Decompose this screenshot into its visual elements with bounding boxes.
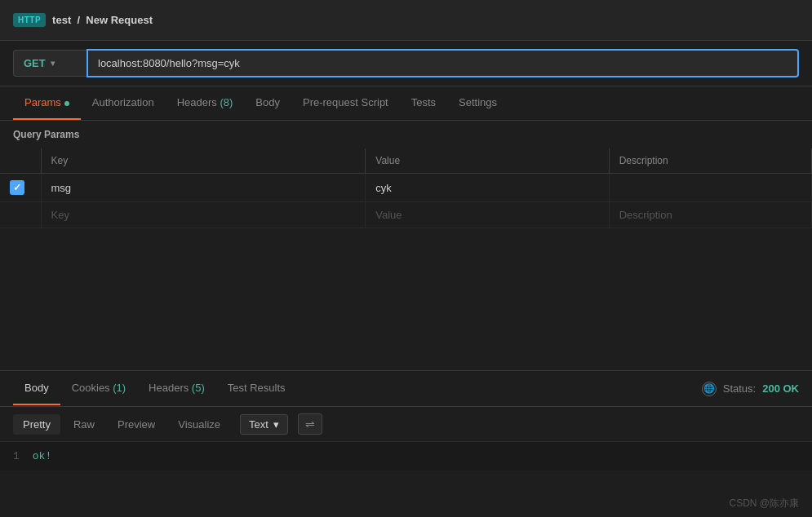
code-area: 1 ok!: [0, 442, 812, 471]
tab-authorization-label: Authorization: [92, 96, 154, 108]
code-line-1: ok!: [33, 450, 51, 462]
tab-pre-request[interactable]: Pre-request Script: [291, 86, 400, 120]
query-params-label: Query Params: [13, 129, 79, 140]
format-chevron-icon: ▾: [273, 418, 279, 431]
response-tab-headers[interactable]: Headers (5): [137, 372, 216, 405]
table-header-row: Key Value Description: [0, 148, 812, 174]
response-tab-body[interactable]: Body: [13, 372, 60, 405]
row-checkbox-cell: [0, 174, 41, 202]
body-tab-raw[interactable]: Raw: [64, 414, 104, 435]
response-tab-body-label: Body: [24, 382, 49, 394]
main-content: GET ▾ Params Authorization Headers (8) B…: [0, 41, 812, 517]
watermark: CSDN @陈亦康: [729, 497, 799, 510]
placeholder-desc: Description: [619, 209, 672, 221]
params-dot: [64, 101, 69, 106]
tab-settings-label: Settings: [459, 96, 497, 108]
body-format-tabs: Pretty Raw Preview Visualize Text ▾ ⇌: [0, 407, 812, 442]
placeholder-value: Value: [375, 209, 402, 221]
placeholder-value-cell[interactable]: Value: [366, 202, 609, 228]
line-numbers: 1: [13, 450, 20, 462]
response-tab-cookies-label: Cookies (1): [72, 382, 126, 394]
chevron-down-icon: ▾: [51, 59, 55, 68]
method-select[interactable]: GET ▾: [13, 50, 87, 77]
placeholder-desc-cell[interactable]: Description: [609, 202, 811, 228]
response-tabs: Body Cookies (1) Headers (5) Test Result…: [0, 371, 812, 407]
page-title: New Request: [86, 14, 153, 26]
body-tab-visualize[interactable]: Visualize: [168, 414, 230, 435]
response-tab-cookies[interactable]: Cookies (1): [60, 372, 137, 405]
collection-name: test: [52, 14, 71, 26]
method-label: GET: [24, 57, 46, 69]
table-row: msg cyk: [0, 174, 812, 202]
body-tab-preview-label: Preview: [118, 418, 155, 431]
tab-params[interactable]: Params: [13, 86, 81, 120]
placeholder-key-cell[interactable]: Key: [41, 202, 366, 228]
col-description: Description: [609, 148, 811, 174]
tab-headers-label: Headers (8): [177, 96, 233, 108]
col-checkbox: [0, 148, 41, 174]
status-badge: 🌐 Status: 200 OK: [702, 382, 799, 396]
response-headers-count: (5): [192, 382, 205, 394]
body-tab-preview[interactable]: Preview: [108, 414, 165, 435]
code-content: ok!: [33, 450, 51, 462]
tab-headers[interactable]: Headers (8): [166, 86, 245, 120]
globe-icon: 🌐: [702, 382, 717, 396]
status-text: Status:: [723, 382, 756, 395]
tab-body-label: Body: [255, 96, 280, 108]
breadcrumb-separator: /: [77, 14, 80, 26]
row-desc-cell[interactable]: [609, 174, 811, 202]
wrap-icon[interactable]: ⇌: [298, 413, 322, 435]
response-tab-test-results[interactable]: Test Results: [216, 372, 297, 405]
http-badge: HTTP: [13, 13, 46, 27]
response-tab-test-results-label: Test Results: [228, 382, 286, 394]
tab-body[interactable]: Body: [244, 86, 291, 120]
response-area: Body Cookies (1) Headers (5) Test Result…: [0, 370, 812, 517]
body-tab-visualize-label: Visualize: [178, 418, 220, 431]
tab-pre-request-label: Pre-request Script: [303, 96, 388, 108]
tab-tests[interactable]: Tests: [400, 86, 447, 120]
tab-tests-label: Tests: [411, 96, 436, 108]
cookies-count: (1): [113, 382, 126, 394]
format-label: Text: [249, 418, 268, 431]
tab-settings[interactable]: Settings: [447, 86, 508, 120]
col-key: Key: [41, 148, 366, 174]
tab-params-label: Params: [24, 96, 61, 108]
body-tab-pretty-label: Pretty: [23, 418, 51, 431]
top-bar: HTTP test / New Request: [0, 0, 812, 41]
status-value: 200 OK: [762, 382, 799, 395]
col-value: Value: [366, 148, 609, 174]
wrap-lines-icon: ⇌: [305, 418, 315, 431]
request-section: GET ▾ Params Authorization Headers (8) B…: [0, 41, 812, 370]
tab-authorization[interactable]: Authorization: [81, 86, 166, 120]
headers-count: (8): [220, 96, 233, 108]
row-value-cell[interactable]: cyk: [366, 174, 609, 202]
params-table: Key Value Description msg cyk: [0, 148, 812, 228]
response-tab-headers-label: Headers (5): [149, 382, 205, 394]
breadcrumb: test / New Request: [52, 14, 153, 26]
table-row-placeholder: Key Value Description: [0, 202, 812, 228]
request-tabs: Params Authorization Headers (8) Body Pr…: [0, 86, 812, 121]
param-key: msg: [51, 182, 72, 194]
body-tab-pretty[interactable]: Pretty: [13, 414, 60, 435]
placeholder-checkbox-cell: [0, 202, 41, 228]
line-number-1: 1: [13, 450, 20, 462]
row-key-cell[interactable]: msg: [41, 174, 366, 202]
url-input[interactable]: [87, 49, 799, 77]
param-checkbox[interactable]: [10, 180, 24, 195]
url-bar: GET ▾: [0, 41, 812, 86]
format-select[interactable]: Text ▾: [240, 414, 288, 435]
body-tab-raw-label: Raw: [73, 418, 95, 431]
placeholder-key: Key: [51, 209, 69, 221]
param-value: cyk: [375, 182, 392, 194]
section-query-params: Query Params: [0, 121, 812, 148]
